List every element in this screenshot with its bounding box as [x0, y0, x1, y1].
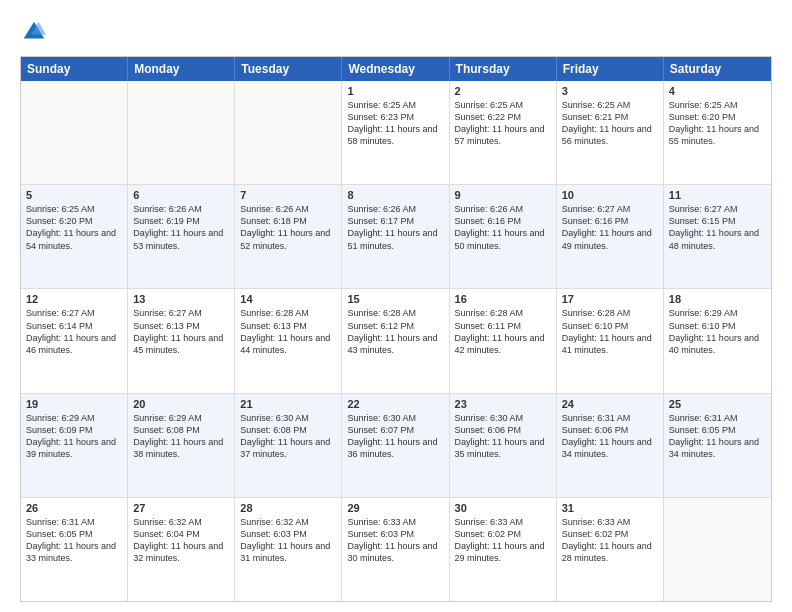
day-info: Sunrise: 6:26 AM Sunset: 6:18 PM Dayligh…: [240, 203, 336, 252]
calendar-cell: 11Sunrise: 6:27 AM Sunset: 6:15 PM Dayli…: [664, 185, 771, 288]
day-number: 10: [562, 189, 658, 201]
calendar-cell: [21, 81, 128, 184]
calendar-cell: 3Sunrise: 6:25 AM Sunset: 6:21 PM Daylig…: [557, 81, 664, 184]
day-info: Sunrise: 6:31 AM Sunset: 6:05 PM Dayligh…: [669, 412, 766, 461]
calendar-row: 19Sunrise: 6:29 AM Sunset: 6:09 PM Dayli…: [21, 394, 771, 498]
day-info: Sunrise: 6:28 AM Sunset: 6:11 PM Dayligh…: [455, 307, 551, 356]
day-number: 13: [133, 293, 229, 305]
day-info: Sunrise: 6:33 AM Sunset: 6:03 PM Dayligh…: [347, 516, 443, 565]
logo: [20, 18, 52, 46]
day-number: 11: [669, 189, 766, 201]
day-number: 24: [562, 398, 658, 410]
day-info: Sunrise: 6:28 AM Sunset: 6:10 PM Dayligh…: [562, 307, 658, 356]
calendar: SundayMondayTuesdayWednesdayThursdayFrid…: [20, 56, 772, 602]
calendar-cell: [664, 498, 771, 601]
calendar-header-cell: Tuesday: [235, 57, 342, 81]
calendar-cell: 9Sunrise: 6:26 AM Sunset: 6:16 PM Daylig…: [450, 185, 557, 288]
day-number: 26: [26, 502, 122, 514]
day-info: Sunrise: 6:31 AM Sunset: 6:05 PM Dayligh…: [26, 516, 122, 565]
day-number: 18: [669, 293, 766, 305]
day-number: 20: [133, 398, 229, 410]
day-info: Sunrise: 6:30 AM Sunset: 6:07 PM Dayligh…: [347, 412, 443, 461]
day-info: Sunrise: 6:26 AM Sunset: 6:17 PM Dayligh…: [347, 203, 443, 252]
day-number: 31: [562, 502, 658, 514]
day-info: Sunrise: 6:27 AM Sunset: 6:15 PM Dayligh…: [669, 203, 766, 252]
day-number: 12: [26, 293, 122, 305]
calendar-cell: 23Sunrise: 6:30 AM Sunset: 6:06 PM Dayli…: [450, 394, 557, 497]
day-number: 23: [455, 398, 551, 410]
calendar-header-cell: Sunday: [21, 57, 128, 81]
day-number: 5: [26, 189, 122, 201]
day-info: Sunrise: 6:25 AM Sunset: 6:22 PM Dayligh…: [455, 99, 551, 148]
day-info: Sunrise: 6:25 AM Sunset: 6:20 PM Dayligh…: [26, 203, 122, 252]
day-number: 4: [669, 85, 766, 97]
day-number: 7: [240, 189, 336, 201]
day-number: 2: [455, 85, 551, 97]
day-info: Sunrise: 6:30 AM Sunset: 6:08 PM Dayligh…: [240, 412, 336, 461]
calendar-cell: 15Sunrise: 6:28 AM Sunset: 6:12 PM Dayli…: [342, 289, 449, 392]
day-number: 1: [347, 85, 443, 97]
calendar-body: 1Sunrise: 6:25 AM Sunset: 6:23 PM Daylig…: [21, 81, 771, 601]
day-info: Sunrise: 6:26 AM Sunset: 6:19 PM Dayligh…: [133, 203, 229, 252]
calendar-cell: 4Sunrise: 6:25 AM Sunset: 6:20 PM Daylig…: [664, 81, 771, 184]
day-info: Sunrise: 6:25 AM Sunset: 6:20 PM Dayligh…: [669, 99, 766, 148]
day-number: 21: [240, 398, 336, 410]
calendar-cell: 1Sunrise: 6:25 AM Sunset: 6:23 PM Daylig…: [342, 81, 449, 184]
calendar-cell: 19Sunrise: 6:29 AM Sunset: 6:09 PM Dayli…: [21, 394, 128, 497]
day-info: Sunrise: 6:31 AM Sunset: 6:06 PM Dayligh…: [562, 412, 658, 461]
day-number: 28: [240, 502, 336, 514]
day-number: 25: [669, 398, 766, 410]
day-info: Sunrise: 6:25 AM Sunset: 6:23 PM Dayligh…: [347, 99, 443, 148]
day-info: Sunrise: 6:27 AM Sunset: 6:13 PM Dayligh…: [133, 307, 229, 356]
calendar-cell: 10Sunrise: 6:27 AM Sunset: 6:16 PM Dayli…: [557, 185, 664, 288]
day-info: Sunrise: 6:33 AM Sunset: 6:02 PM Dayligh…: [455, 516, 551, 565]
calendar-cell: 7Sunrise: 6:26 AM Sunset: 6:18 PM Daylig…: [235, 185, 342, 288]
header: [20, 18, 772, 46]
calendar-cell: 2Sunrise: 6:25 AM Sunset: 6:22 PM Daylig…: [450, 81, 557, 184]
calendar-cell: 14Sunrise: 6:28 AM Sunset: 6:13 PM Dayli…: [235, 289, 342, 392]
calendar-cell: 27Sunrise: 6:32 AM Sunset: 6:04 PM Dayli…: [128, 498, 235, 601]
day-number: 27: [133, 502, 229, 514]
calendar-cell: [128, 81, 235, 184]
calendar-cell: 20Sunrise: 6:29 AM Sunset: 6:08 PM Dayli…: [128, 394, 235, 497]
logo-icon: [20, 18, 48, 46]
day-info: Sunrise: 6:29 AM Sunset: 6:10 PM Dayligh…: [669, 307, 766, 356]
day-info: Sunrise: 6:27 AM Sunset: 6:16 PM Dayligh…: [562, 203, 658, 252]
calendar-cell: 13Sunrise: 6:27 AM Sunset: 6:13 PM Dayli…: [128, 289, 235, 392]
calendar-cell: 21Sunrise: 6:30 AM Sunset: 6:08 PM Dayli…: [235, 394, 342, 497]
calendar-cell: 5Sunrise: 6:25 AM Sunset: 6:20 PM Daylig…: [21, 185, 128, 288]
calendar-cell: 31Sunrise: 6:33 AM Sunset: 6:02 PM Dayli…: [557, 498, 664, 601]
day-number: 17: [562, 293, 658, 305]
page: SundayMondayTuesdayWednesdayThursdayFrid…: [0, 0, 792, 612]
day-number: 19: [26, 398, 122, 410]
day-number: 29: [347, 502, 443, 514]
calendar-row: 1Sunrise: 6:25 AM Sunset: 6:23 PM Daylig…: [21, 81, 771, 185]
day-info: Sunrise: 6:29 AM Sunset: 6:09 PM Dayligh…: [26, 412, 122, 461]
day-number: 16: [455, 293, 551, 305]
calendar-cell: 22Sunrise: 6:30 AM Sunset: 6:07 PM Dayli…: [342, 394, 449, 497]
day-info: Sunrise: 6:30 AM Sunset: 6:06 PM Dayligh…: [455, 412, 551, 461]
calendar-cell: [235, 81, 342, 184]
day-info: Sunrise: 6:28 AM Sunset: 6:12 PM Dayligh…: [347, 307, 443, 356]
calendar-cell: 30Sunrise: 6:33 AM Sunset: 6:02 PM Dayli…: [450, 498, 557, 601]
calendar-header-cell: Friday: [557, 57, 664, 81]
calendar-cell: 25Sunrise: 6:31 AM Sunset: 6:05 PM Dayli…: [664, 394, 771, 497]
day-info: Sunrise: 6:32 AM Sunset: 6:04 PM Dayligh…: [133, 516, 229, 565]
day-number: 9: [455, 189, 551, 201]
day-info: Sunrise: 6:32 AM Sunset: 6:03 PM Dayligh…: [240, 516, 336, 565]
calendar-cell: 29Sunrise: 6:33 AM Sunset: 6:03 PM Dayli…: [342, 498, 449, 601]
calendar-header-cell: Thursday: [450, 57, 557, 81]
calendar-cell: 8Sunrise: 6:26 AM Sunset: 6:17 PM Daylig…: [342, 185, 449, 288]
calendar-header-row: SundayMondayTuesdayWednesdayThursdayFrid…: [21, 57, 771, 81]
calendar-cell: 6Sunrise: 6:26 AM Sunset: 6:19 PM Daylig…: [128, 185, 235, 288]
day-number: 14: [240, 293, 336, 305]
calendar-header-cell: Wednesday: [342, 57, 449, 81]
day-info: Sunrise: 6:28 AM Sunset: 6:13 PM Dayligh…: [240, 307, 336, 356]
day-info: Sunrise: 6:29 AM Sunset: 6:08 PM Dayligh…: [133, 412, 229, 461]
calendar-cell: 26Sunrise: 6:31 AM Sunset: 6:05 PM Dayli…: [21, 498, 128, 601]
calendar-cell: 18Sunrise: 6:29 AM Sunset: 6:10 PM Dayli…: [664, 289, 771, 392]
day-number: 3: [562, 85, 658, 97]
day-number: 6: [133, 189, 229, 201]
calendar-cell: 12Sunrise: 6:27 AM Sunset: 6:14 PM Dayli…: [21, 289, 128, 392]
calendar-header-cell: Monday: [128, 57, 235, 81]
